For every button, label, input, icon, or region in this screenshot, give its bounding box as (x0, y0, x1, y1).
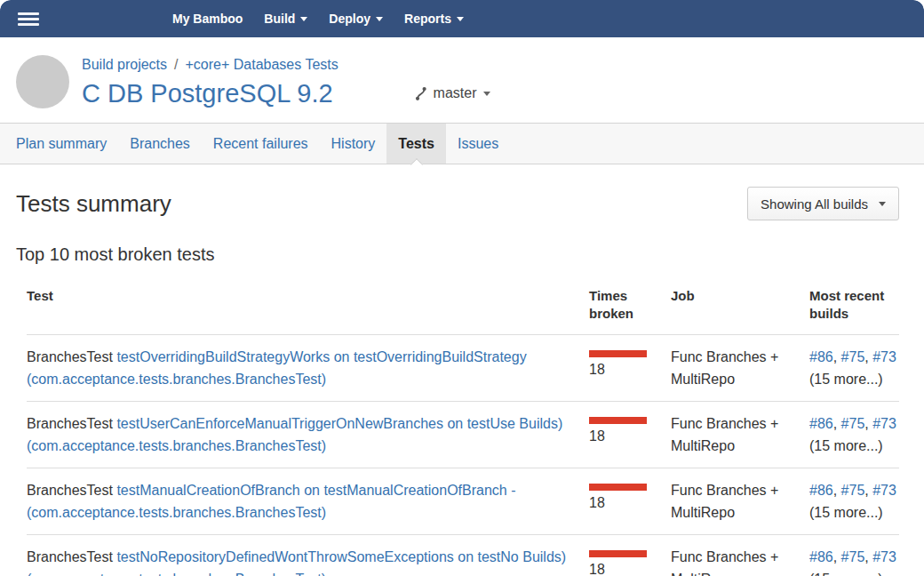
column-header-times-broken: Times broken (589, 277, 671, 334)
build-link[interactable]: #86 (809, 349, 833, 364)
test-class: BranchesTest (27, 416, 113, 431)
build-link[interactable]: #75 (841, 483, 865, 498)
table-row: BranchesTest testUserCanEnforceManualTri… (27, 401, 899, 468)
page-title: Tests summary (16, 190, 171, 218)
nav-items: My Bamboo Build Deploy Reports (162, 0, 474, 37)
broken-count-bar (589, 350, 647, 357)
plan-avatar (16, 55, 69, 108)
build-link[interactable]: #75 (841, 549, 865, 564)
test-name-cell: BranchesTest testUserCanEnforceManualTri… (27, 402, 589, 468)
broken-count-bar (589, 484, 647, 491)
breadcrumb-plan-group-link[interactable]: +core+ Databases Tests (186, 57, 339, 72)
test-name-cell: BranchesTest testManualCreationOfBranch … (27, 468, 589, 534)
test-class: BranchesTest (27, 549, 113, 564)
recent-builds-cell: #86, #75, #73 (15 more...) (809, 468, 905, 534)
times-broken-cell: 18 (589, 535, 671, 576)
plan-header: Build projects/+core+ Databases Tests C … (0, 37, 924, 123)
table-row: BranchesTest testNoRepositoryDefinedWont… (27, 534, 899, 576)
broken-tests-table: Test Times broken Job Most recent builds… (27, 277, 899, 576)
table-row: BranchesTest testOverridingBuildStrategy… (27, 334, 899, 401)
tab-tests[interactable]: Tests (386, 124, 446, 164)
tab-branches[interactable]: Branches (118, 124, 202, 164)
more-builds-label: (15 more...) (809, 568, 896, 576)
column-header-test: Test (27, 277, 589, 334)
broken-count-bar (589, 550, 647, 557)
recent-builds-cell: #86, #75, #73 (15 more...) (809, 402, 905, 468)
recent-builds-cell: #86, #75, #73 (15 more...) (809, 535, 905, 576)
breadcrumb: Build projects/+core+ Databases Tests (82, 55, 490, 75)
page: My Bamboo Build Deploy Reports Build pro… (0, 0, 924, 576)
job-cell: Func Branches + MultiRepo (671, 468, 809, 534)
broken-count: 18 (589, 495, 605, 510)
more-builds-label: (15 more...) (809, 435, 896, 457)
table-header-row: Test Times broken Job Most recent builds (27, 277, 899, 334)
tab-plan-summary[interactable]: Plan summary (4, 124, 118, 164)
broken-count: 18 (589, 562, 605, 576)
tab-recent-failures[interactable]: Recent failures (202, 124, 320, 164)
table-row: BranchesTest testManualCreationOfBranch … (27, 468, 899, 534)
test-class: BranchesTest (27, 483, 113, 498)
git-branch-icon (415, 86, 427, 101)
showing-builds-filter-button[interactable]: Showing All builds (747, 187, 899, 220)
tab-issues[interactable]: Issues (446, 124, 510, 164)
plan-tabs: Plan summary Branches Recent failures Hi… (0, 123, 924, 164)
build-link[interactable]: #86 (809, 483, 833, 498)
job-cell: Func Branches + MultiRepo (671, 335, 809, 401)
test-name-cell: BranchesTest testOverridingBuildStrategy… (27, 335, 589, 401)
build-link[interactable]: #73 (872, 349, 896, 364)
build-link[interactable]: #86 (809, 416, 833, 431)
column-header-most-recent-builds: Most recent builds (809, 277, 899, 334)
nav-item-reports[interactable]: Reports (394, 0, 474, 37)
recent-builds-cell: #86, #75, #73 (15 more...) (809, 335, 905, 401)
chevron-down-icon (376, 17, 383, 21)
broken-count: 18 (589, 362, 605, 377)
column-header-job: Job (671, 277, 809, 334)
broken-count-bar (589, 417, 647, 424)
nav-item-build[interactable]: Build (253, 0, 318, 37)
plan-title: C DB PostgreSQL 9.2 (82, 78, 333, 108)
build-link[interactable]: #86 (809, 549, 833, 564)
nav-item-deploy[interactable]: Deploy (318, 0, 394, 37)
more-builds-label: (15 more...) (809, 501, 896, 524)
main-content: Tests summary Showing All builds Top 10 … (0, 187, 924, 576)
test-name-cell: BranchesTest testNoRepositoryDefinedWont… (27, 535, 589, 576)
build-link[interactable]: #73 (872, 483, 896, 498)
build-link[interactable]: #73 (872, 549, 896, 564)
build-link[interactable]: #73 (872, 416, 896, 431)
tab-history[interactable]: History (320, 124, 387, 164)
breadcrumb-build-projects-link[interactable]: Build projects (82, 57, 167, 72)
test-class: BranchesTest (27, 349, 113, 364)
broken-count: 18 (589, 428, 605, 444)
build-link[interactable]: #75 (841, 349, 865, 364)
chevron-down-icon (300, 17, 307, 21)
times-broken-cell: 18 (589, 402, 671, 468)
branch-selector[interactable]: master (415, 85, 490, 101)
branch-name: master (434, 85, 477, 101)
chevron-down-icon (879, 202, 886, 206)
breadcrumb-separator: / (174, 57, 178, 72)
chevron-down-icon (483, 92, 490, 96)
job-cell: Func Branches + MultiRepo (671, 535, 809, 576)
job-cell: Func Branches + MultiRepo (671, 402, 809, 468)
nav-item-my-bamboo[interactable]: My Bamboo (162, 0, 253, 37)
chevron-down-icon (457, 17, 464, 21)
top-navbar: My Bamboo Build Deploy Reports (0, 0, 924, 37)
times-broken-cell: 18 (589, 468, 671, 534)
times-broken-cell: 18 (589, 335, 671, 401)
build-link[interactable]: #75 (841, 416, 865, 431)
hamburger-menu-icon[interactable] (18, 12, 39, 26)
more-builds-label: (15 more...) (809, 368, 896, 390)
section-title: Top 10 most broken tests (16, 244, 899, 265)
